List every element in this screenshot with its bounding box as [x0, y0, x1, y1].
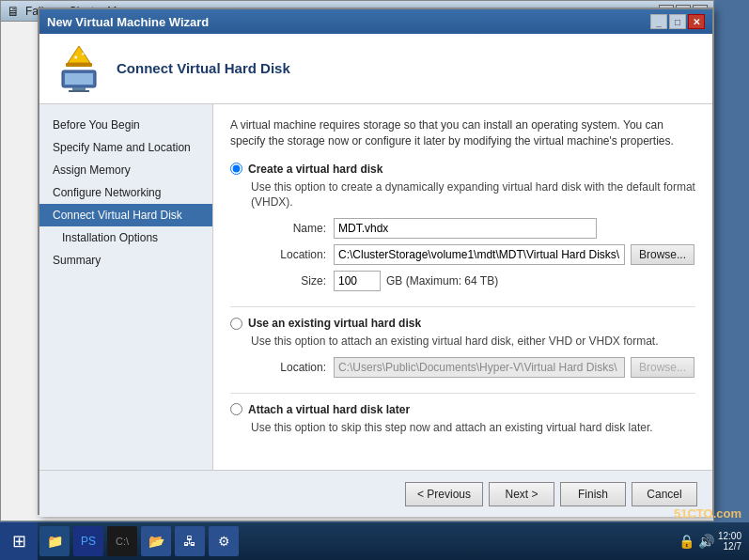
taskbar: ⊞ 📁 PS C:\ 📂 🖧 ⚙ 🔒 🔊 12:00 12/7 — [0, 522, 749, 560]
size-input[interactable] — [334, 271, 381, 291]
existing-location-label: Location: — [251, 361, 326, 374]
existing-location-input — [334, 357, 625, 378]
attach-later-label[interactable]: Attach a virtual hard disk later — [248, 403, 410, 416]
create-vhd-radio[interactable] — [230, 163, 242, 175]
next-button[interactable]: Next > — [489, 482, 554, 506]
existing-vhd-radio-row: Use an existing virtual hard disk — [230, 317, 695, 330]
name-input[interactable] — [334, 218, 597, 239]
svg-rect-7 — [69, 90, 89, 92]
network-icon: 🔒 — [679, 534, 694, 549]
separator-2 — [230, 393, 695, 394]
wizard-titlebar: New Virtual Machine Wizard _ □ ✕ — [39, 9, 712, 34]
create-vhd-desc: Use this option to create a dynamically … — [251, 179, 695, 211]
name-field-label: Name: — [251, 222, 326, 235]
separator-1 — [230, 306, 695, 307]
watermark-text: 51CTO.com — [674, 506, 741, 521]
existing-vhd-group: Use an existing virtual hard disk Use th… — [230, 317, 695, 378]
clock-time: 12:00 — [718, 531, 741, 541]
cmd-icon: C:\ — [116, 536, 129, 547]
location-browse-button[interactable]: Browse... — [631, 244, 694, 265]
nav-item-installation-options[interactable]: Installation Options — [39, 226, 212, 249]
wizard-page-title: Connect Virtual Hard Disk — [117, 60, 290, 76]
taskbar-right: 🔒 🔊 12:00 12/7 — [679, 531, 749, 552]
wizard-restore-button[interactable]: □ — [669, 14, 686, 29]
create-vhd-group: Create a virtual hard disk Use this opti… — [230, 163, 695, 292]
attach-later-desc: Use this option to skip this step now an… — [251, 420, 695, 436]
content-description: A virtual machine requires storage so th… — [230, 117, 695, 149]
bg-title-icon: 🖥 — [7, 4, 20, 19]
nav-item-summary[interactable]: Summary — [39, 249, 212, 272]
location-field-label: Location: — [251, 248, 326, 261]
existing-vhd-label[interactable]: Use an existing virtual hard disk — [248, 317, 421, 330]
powershell-icon: PS — [81, 535, 96, 548]
svg-rect-5 — [65, 73, 93, 85]
wizard-footer: < Previous Next > Finish Cancel — [39, 470, 712, 517]
taskbar-icon-app[interactable]: ⚙ — [209, 526, 239, 556]
nav-item-specify-name[interactable]: Specify Name and Location — [39, 136, 212, 159]
wizard-icon: ★ ★ — [55, 44, 103, 93]
location-input-row: Browse... — [334, 244, 695, 265]
nav-item-connect-vhd[interactable]: Connect Virtual Hard Disk — [39, 204, 212, 226]
nav-item-before-you-begin[interactable]: Before You Begin — [39, 114, 212, 136]
start-button[interactable]: ⊞ — [0, 522, 38, 560]
nav-item-assign-memory[interactable]: Assign Memory — [39, 159, 212, 181]
existing-vhd-fields: Location: Browse... — [251, 357, 695, 378]
wizard-header: ★ ★ Connect Virtual Hard Disk — [39, 34, 712, 104]
location-input[interactable] — [334, 244, 625, 265]
clock-date: 12/7 — [718, 541, 741, 552]
taskbar-icon-folder[interactable]: 📂 — [141, 526, 171, 556]
existing-vhd-desc: Use this option to attach an existing vi… — [251, 334, 695, 350]
prev-button[interactable]: < Previous — [405, 482, 483, 506]
wizard-close-button[interactable]: ✕ — [688, 14, 705, 29]
windows-logo-icon: ⊞ — [12, 531, 26, 552]
existing-browse-button: Browse... — [631, 357, 694, 378]
size-input-row: GB (Maximum: 64 TB) — [334, 271, 695, 291]
wizard-body: Before You Begin Specify Name and Locati… — [39, 104, 712, 470]
size-suffix: GB (Maximum: 64 TB) — [386, 274, 498, 288]
name-input-row — [334, 218, 695, 239]
svg-marker-0 — [68, 46, 90, 63]
create-vhd-fields: Name: Location: Browse... Size: GB (Ma — [251, 218, 695, 291]
wizard-title: New Virtual Machine Wizard — [47, 15, 209, 29]
svg-rect-6 — [72, 87, 86, 90]
wizard-minimize-button[interactable]: _ — [650, 14, 667, 29]
attach-later-radio-row: Attach a virtual hard disk later — [230, 403, 695, 416]
taskbar-clock: 12:00 12/7 — [718, 531, 741, 552]
wizard-content: A virtual machine requires storage so th… — [213, 104, 712, 470]
svg-rect-1 — [66, 63, 92, 67]
watermark: 51CTO.com — [674, 506, 741, 521]
wizard-nav: Before You Begin Specify Name and Locati… — [39, 104, 213, 470]
size-field-label: Size: — [251, 274, 326, 288]
create-vhd-label[interactable]: Create a virtual hard disk — [248, 163, 382, 176]
wizard-dialog: New Virtual Machine Wizard _ □ ✕ ★ ★ — [38, 8, 714, 515]
finish-button[interactable]: Finish — [560, 482, 626, 506]
taskbar-icon-server[interactable]: 🖧 — [175, 526, 205, 556]
folder-icon: 📂 — [148, 534, 164, 549]
explorer-icon: 📁 — [47, 534, 63, 549]
existing-location-row: Browse... — [334, 357, 695, 378]
nav-item-configure-networking[interactable]: Configure Networking — [39, 181, 212, 204]
taskbar-icon-cmd[interactable]: C:\ — [107, 526, 137, 556]
existing-vhd-radio[interactable] — [230, 318, 242, 330]
taskbar-icon-explorer[interactable]: 📁 — [39, 526, 70, 556]
volume-icon: 🔊 — [698, 534, 714, 549]
cancel-button[interactable]: Cancel — [632, 482, 697, 506]
wizard-header-text: Connect Virtual Hard Disk — [117, 60, 290, 78]
attach-later-radio[interactable] — [230, 403, 242, 415]
taskbar-icon-powershell[interactable]: PS — [73, 526, 103, 556]
attach-later-group: Attach a virtual hard disk later Use thi… — [230, 403, 695, 436]
create-vhd-radio-row: Create a virtual hard disk — [230, 163, 695, 176]
wizard-titlebar-buttons: _ □ ✕ — [650, 14, 705, 29]
app-icon: ⚙ — [218, 534, 230, 549]
server-icon: 🖧 — [183, 534, 196, 549]
svg-text:★: ★ — [73, 54, 78, 60]
